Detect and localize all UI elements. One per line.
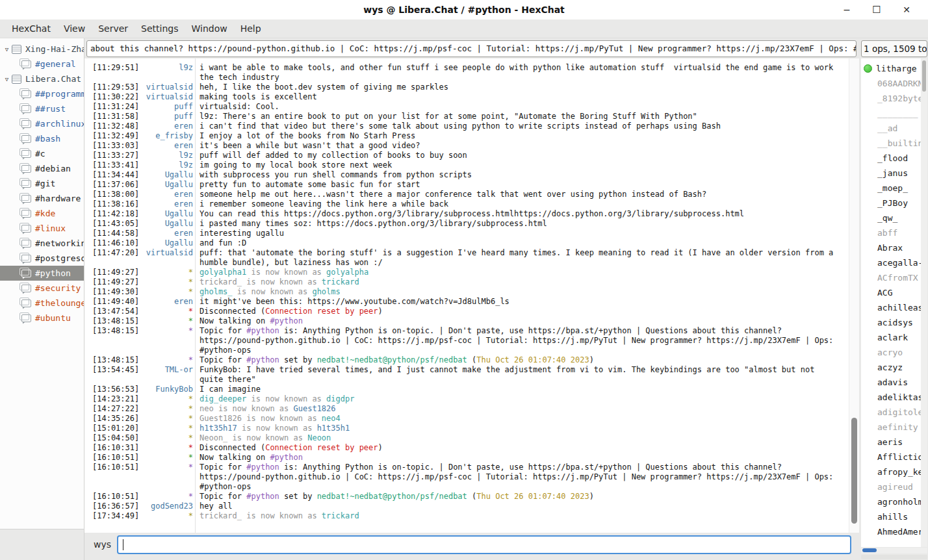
- user-list-item-aefinity[interactable]: aefinity: [861, 420, 921, 435]
- tree-server-xing-hai-zhan[interactable]: ▽Xing-Hai-Zhan: [0, 42, 84, 57]
- nick[interactable]: *: [188, 277, 193, 287]
- nick[interactable]: eren: [174, 229, 193, 238]
- user-list-item-068aadrkn[interactable]: 068AADRKN: [861, 76, 921, 91]
- nick[interactable]: eren: [174, 297, 193, 307]
- user-list-item-acfromtx[interactable]: ACfromTX: [861, 270, 921, 285]
- tree-channel-postgresql[interactable]: #postgresql: [0, 251, 84, 266]
- nick[interactable]: l9z: [179, 151, 193, 160]
- nick[interactable]: eren: [174, 121, 193, 131]
- tree-channel-security[interactable]: #security: [0, 281, 84, 296]
- user-list-item-pjboy[interactable]: _PJBoy: [861, 196, 921, 210]
- nick[interactable]: Ugallu: [165, 180, 193, 190]
- close-icon[interactable]: ✕: [892, 5, 922, 15]
- tree-channel-archlinux[interactable]: #archlinux: [0, 116, 84, 131]
- menu-item-help[interactable]: Help: [234, 21, 268, 36]
- nick[interactable]: Ugallu: [165, 170, 193, 180]
- nick[interactable]: Ugallu: [165, 209, 193, 219]
- expander-icon[interactable]: ▽: [2, 76, 12, 83]
- nick[interactable]: puff: [174, 112, 193, 121]
- user-list-item-flood[interactable]: _flood: [861, 151, 921, 166]
- tree-channel-hardware[interactable]: #hardware: [0, 191, 84, 206]
- nick[interactable]: *: [188, 394, 193, 404]
- nick[interactable]: *: [188, 355, 193, 365]
- nick[interactable]: *: [188, 453, 193, 463]
- nick[interactable]: e_frisby: [155, 131, 193, 141]
- tree-channel-python[interactable]: #python: [0, 266, 84, 281]
- user-list-item-aclark[interactable]: aclark: [861, 330, 921, 345]
- tree-channel-linux[interactable]: #linux: [0, 221, 84, 236]
- user-list-item-achilleas[interactable]: achilleas: [861, 300, 921, 315]
- user-list-hscrollbar[interactable]: [861, 548, 927, 554]
- nick[interactable]: l9z: [179, 160, 193, 170]
- user-list-item-builtin[interactable]: __builtin: [861, 136, 921, 151]
- chat-scrollbar-thumb[interactable]: [851, 418, 857, 524]
- user-list-item-ahmedamer[interactable]: AhmedAmer: [861, 524, 921, 539]
- user-list-item-afflictio[interactable]: Afflictio: [861, 450, 921, 465]
- nick[interactable]: eren: [174, 199, 193, 209]
- menu-item-hexchat[interactable]: HexChat: [5, 21, 57, 36]
- user-list-item-moep[interactable]: _moep_: [861, 181, 921, 196]
- expander-icon[interactable]: ▽: [2, 46, 12, 53]
- nick[interactable]: TML-or: [165, 365, 193, 385]
- user-list-item-janus[interactable]: _janus: [861, 166, 921, 181]
- nick[interactable]: *: [188, 511, 193, 521]
- nick[interactable]: virtualsid: [146, 248, 193, 268]
- user-list-scrollbar-thumb[interactable]: [922, 60, 926, 92]
- user-list-item-ahills[interactable]: ahills: [861, 509, 921, 524]
- user-list-item-ad[interactable]: __ad: [861, 121, 921, 136]
- nick[interactable]: l9z: [179, 63, 193, 83]
- user-list-item-qw[interactable]: _qw_: [861, 210, 921, 225]
- user-list-item-8192byte[interactable]: _8192byte: [861, 91, 921, 106]
- nick[interactable]: *: [188, 307, 193, 316]
- tree-channel-thelounge[interactable]: #thelounge: [0, 296, 84, 311]
- nick[interactable]: *: [188, 326, 193, 355]
- user-list-hscrollbar-track[interactable]: [861, 555, 927, 559]
- tree-channel-c[interactable]: #c: [0, 146, 84, 161]
- nick[interactable]: *: [188, 492, 193, 502]
- nick[interactable]: virtualsid: [146, 83, 193, 92]
- nick[interactable]: eren: [174, 190, 193, 199]
- tree-channel-programming[interactable]: ##programming: [0, 86, 84, 101]
- nick[interactable]: *: [188, 424, 193, 433]
- user-list-item-adigitole[interactable]: adigitole: [861, 405, 921, 420]
- nick[interactable]: *: [188, 463, 193, 492]
- user-list-item-abff[interactable]: abff: [861, 225, 921, 240]
- nick[interactable]: *: [188, 287, 193, 297]
- nick[interactable]: *: [188, 404, 193, 414]
- user-list-item-acegalla[interactable]: acegalla-: [861, 255, 921, 270]
- tree-channel-kde[interactable]: #kde: [0, 206, 84, 221]
- tree-server-libera-chat[interactable]: ▽Libera.Chat: [0, 71, 84, 86]
- user-list-item-acidsys[interactable]: acidsys: [861, 315, 921, 330]
- user-list-item-agireud[interactable]: agireud: [861, 479, 921, 494]
- user-list-scrollbar[interactable]: [921, 58, 927, 547]
- nick[interactable]: godSend23: [151, 502, 193, 511]
- nick[interactable]: *: [188, 414, 193, 424]
- nick[interactable]: puff: [174, 102, 193, 112]
- chat-scrollbar[interactable]: [849, 58, 859, 533]
- nick[interactable]: FunkyBob: [155, 385, 193, 394]
- message-input[interactable]: [118, 537, 850, 553]
- user-list-item-abrax[interactable]: Abrax: [861, 240, 921, 255]
- menu-item-window[interactable]: Window: [185, 21, 233, 36]
- user-list-item-adeliktas[interactable]: adeliktas: [861, 390, 921, 405]
- nick[interactable]: Ugallu: [165, 238, 193, 248]
- user-list-item-aeris[interactable]: aeris: [861, 435, 921, 450]
- nick[interactable]: Ugallu: [165, 219, 193, 229]
- tree-channel-general[interactable]: #general: [0, 57, 84, 71]
- user-list-item-afropy-ke[interactable]: afropy_ke: [861, 465, 921, 479]
- tree-channel-git[interactable]: #git: [0, 176, 84, 191]
- nick[interactable]: *: [188, 433, 193, 443]
- nick[interactable]: *: [188, 443, 193, 453]
- user-list-item-adavis[interactable]: adavis: [861, 375, 921, 390]
- user-list-item-item[interactable]: ________: [861, 106, 921, 121]
- tree-channel-networking[interactable]: #networking: [0, 236, 84, 251]
- tree-channel-ubuntu[interactable]: #ubuntu: [0, 311, 84, 325]
- nick[interactable]: eren: [174, 141, 193, 151]
- tree-channel-debian[interactable]: #debian: [0, 161, 84, 176]
- tree-channel-rust[interactable]: ##rust: [0, 101, 84, 116]
- user-list-item-acryo[interactable]: acryo: [861, 345, 921, 360]
- minimize-icon[interactable]: −: [832, 5, 862, 15]
- user-list-item-agronholm[interactable]: agronholm: [861, 494, 921, 509]
- user-list-hscrollbar-thumb[interactable]: [862, 548, 877, 552]
- nick[interactable]: *: [188, 268, 193, 277]
